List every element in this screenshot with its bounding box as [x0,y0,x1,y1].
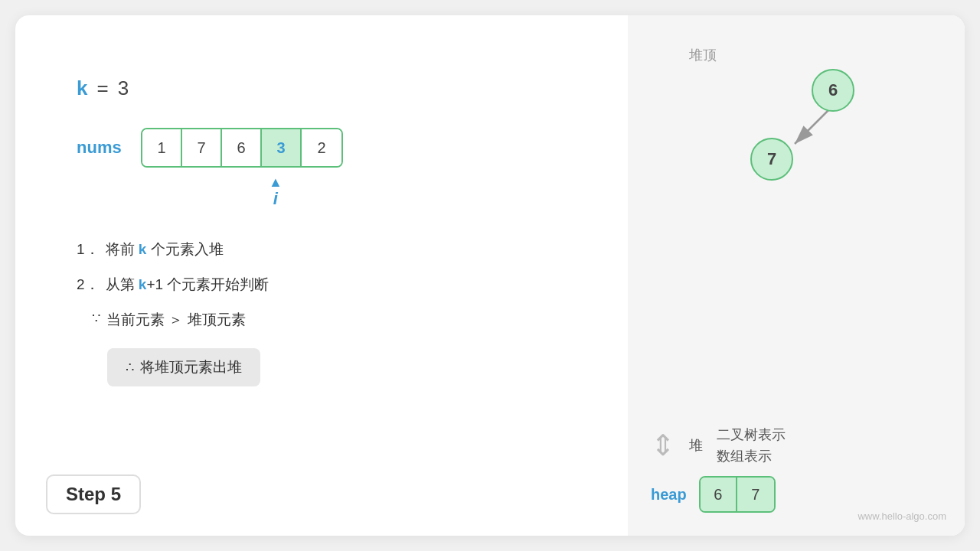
heap-array-row: heap 6 7 [651,476,942,513]
index-arrow: ▲ i [269,175,283,209]
tree-node-7: 7 [750,138,793,181]
k-inline-2: k [139,276,147,292]
array-label: 数组表示 [717,447,786,465]
step-number-1: 1． [77,240,100,259]
up-down-arrow: ⇕ [651,431,675,460]
tree-area: 堆顶 6 7 [651,46,942,418]
watermark: www.hello-algo.com [858,510,946,522]
heap-array-label: heap [651,486,687,504]
k-variable: k [77,77,87,100]
steps-list: 1． 将前 k 个元素入堆 2． 从第 k+1 个元素开始判断 ∵ 当前元素 ＞… [77,240,582,386]
k-value: 3 [118,77,129,100]
heap-array: 6 7 [699,476,776,513]
nums-label: nums [77,138,122,158]
step-badge: Step 5 [46,474,141,514]
sub-step-therefore: ∴ 将堆顶元素出堆 [77,345,582,386]
highlight-box: ∴ 将堆顶元素出堆 [107,348,260,386]
k-inline-1: k [139,241,147,257]
step-2: 2． 从第 k+1 个元素开始判断 [77,275,582,295]
tree-nodes: 6 7 [681,69,911,207]
heap-top-label: 堆顶 [689,46,717,64]
left-panel: k = 3 nums 1 7 6 3 2 ▲ i 1． [15,15,628,536]
num-cell-7: 7 [182,129,222,166]
tree-node-6: 6 [812,69,854,112]
therefore-because: ∵ [92,310,100,327]
nums-row: nums 1 7 6 3 2 [77,128,582,168]
heap-cell-7: 7 [737,478,774,511]
therefore-text: 将堆顶元素出堆 [140,357,242,377]
index-i-label: i [273,189,278,209]
num-cell-2: 2 [302,129,341,166]
svg-line-1 [795,109,830,144]
step-text-2: 从第 k+1 个元素开始判断 [106,275,270,295]
num-cell-6: 6 [222,129,262,166]
sub-step-because: ∵ 当前元素 ＞ 堆顶元素 [77,310,582,330]
nums-array: 1 7 6 3 2 [141,128,343,168]
num-cell-1: 1 [142,129,182,166]
right-panel: 堆顶 6 7 ⇕ [628,15,965,536]
equals-sign: = [96,77,108,100]
step-number-2: 2． [77,275,100,295]
step-text-1: 将前 k 个元素入堆 [106,240,224,259]
binary-tree-label: 二叉树表示 [717,425,786,444]
arrow-up-icon: ▲ [269,175,283,189]
divider-row: ⇕ 堆 二叉树表示 数组表示 [651,425,942,465]
num-cell-3-highlighted: 3 [262,129,302,166]
because-text: 当前元素 ＞ 堆顶元素 [106,310,246,330]
therefore-symbol: ∴ [126,359,134,376]
heap-middle-label: 堆 [689,436,703,455]
heap-labels: 二叉树表示 数组表示 [717,425,786,465]
step-1: 1． 将前 k 个元素入堆 [77,240,582,259]
k-line: k = 3 [77,77,582,100]
double-arrow-icon: ⇕ [651,431,675,460]
heap-cell-6: 6 [701,478,737,511]
index-row: ▲ i [142,175,582,209]
